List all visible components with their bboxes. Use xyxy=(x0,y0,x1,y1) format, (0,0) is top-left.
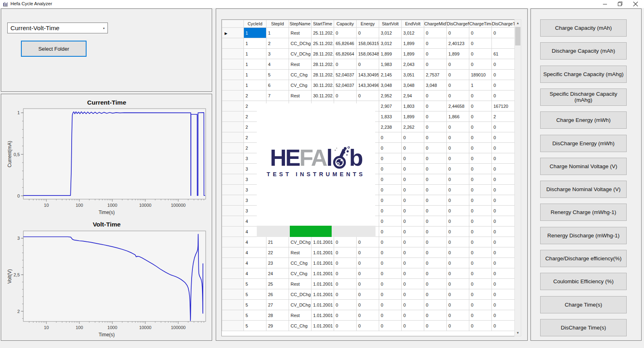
row-header[interactable] xyxy=(222,216,244,227)
grid-cell[interactable]: 0 xyxy=(334,91,357,101)
grid-cell[interactable]: 143,30495 xyxy=(357,70,379,80)
grid-cell[interactable]: CC_Chg xyxy=(289,70,312,80)
grid-cell[interactable]: 1 xyxy=(266,28,289,38)
grid-cell[interactable]: 0 xyxy=(424,101,447,111)
grid-cell[interactable]: 0 xyxy=(334,300,357,310)
grid-cell[interactable]: CC_DChg xyxy=(289,38,312,49)
grid-cell[interactable]: 4 xyxy=(244,247,266,258)
grid-cell[interactable]: 0 xyxy=(492,279,515,289)
row-header[interactable] xyxy=(222,80,244,91)
grid-cell[interactable]: 0 xyxy=(447,227,469,237)
grid-cell[interactable]: 0 xyxy=(469,247,492,258)
grid-cell[interactable]: 0 xyxy=(424,195,447,206)
grid-cell[interactable]: 0 xyxy=(469,153,492,164)
grid-cell[interactable]: 0 xyxy=(402,174,424,185)
grid-cell[interactable]: 0 xyxy=(379,310,402,321)
grid-cell[interactable]: 5 xyxy=(244,321,266,331)
grid-corner[interactable] xyxy=(222,20,244,28)
grid-cell[interactable]: 0 xyxy=(492,143,515,153)
grid-cell[interactable]: 2,043 xyxy=(402,59,424,70)
grid-cell[interactable]: Rest xyxy=(289,310,312,321)
grid-cell[interactable]: 7 xyxy=(266,91,289,101)
grid-cell[interactable]: 0 xyxy=(379,268,402,279)
grid-cell[interactable]: 189010 xyxy=(469,70,492,80)
grid-cell[interactable]: 1.01.2001 xyxy=(312,279,334,289)
grid-cell[interactable]: 0 xyxy=(402,185,424,195)
grid-cell[interactable]: 28 xyxy=(266,310,289,321)
grid-cell[interactable]: 1 xyxy=(244,80,266,91)
grid-cell[interactable]: 2,262 xyxy=(402,122,424,132)
grid-cell[interactable]: 0 xyxy=(334,268,357,279)
grid-cell[interactable]: 5 xyxy=(244,289,266,300)
grid-cell[interactable]: 1.01.2001 xyxy=(312,237,334,247)
grid-cell[interactable]: 0 xyxy=(492,91,515,101)
grid-cell[interactable]: 1,899 xyxy=(402,49,424,59)
grid-cell[interactable]: 0 xyxy=(379,258,402,268)
grid-cell[interactable]: 1 xyxy=(244,49,266,59)
row-header[interactable] xyxy=(222,38,244,49)
grid-cell[interactable]: 0 xyxy=(447,91,469,101)
grid-cell[interactable]: 0 xyxy=(492,268,515,279)
grid-cell[interactable]: 0 xyxy=(492,70,515,80)
grid-cell[interactable]: 5 xyxy=(244,310,266,321)
grid-cell[interactable]: 2 xyxy=(492,111,515,122)
grid-cell[interactable]: 0 xyxy=(469,28,492,38)
grid-cell[interactable]: 0 xyxy=(379,132,402,143)
row-header[interactable] xyxy=(222,59,244,70)
grid-cell[interactable]: 0 xyxy=(379,206,402,216)
grid-cell[interactable]: CC_DChg xyxy=(289,289,312,300)
grid-cell[interactable]: 1,899 xyxy=(447,49,469,59)
metric-button-renergy-discharge-mwhg-1[interactable]: Renergy Discharge (mWhg-1) xyxy=(540,227,627,244)
metric-button-discharge-nominal-voltage-v[interactable]: Discharge Nominal Voltage (V) xyxy=(540,181,627,198)
grid-cell[interactable]: 0 xyxy=(469,132,492,143)
grid-cell[interactable]: 0 xyxy=(492,289,515,300)
grid-cell[interactable]: 3,012 xyxy=(402,28,424,38)
grid-cell[interactable]: 0 xyxy=(379,279,402,289)
grid-cell[interactable]: 0 xyxy=(379,289,402,300)
grid-cell[interactable]: 1 xyxy=(244,59,266,70)
grid-cell[interactable]: 0 xyxy=(379,237,402,247)
grid-cell[interactable]: 2,44658 xyxy=(447,101,469,111)
grid-cell[interactable]: 0 xyxy=(379,321,402,331)
metric-button-charge-nominal-voltage-v[interactable]: Charge Nominal Voltage (V) xyxy=(540,158,627,175)
metric-button-discharge-time-s[interactable]: DisCharge Time(s) xyxy=(540,319,627,336)
grid-cell[interactable]: 0 xyxy=(424,132,447,143)
grid-cell[interactable]: 0 xyxy=(334,279,357,289)
grid-cell[interactable]: 0 xyxy=(447,28,469,38)
grid-cell[interactable]: 0 xyxy=(357,310,379,321)
grid-cell[interactable]: 0 xyxy=(334,321,357,331)
grid-cell[interactable]: 0 xyxy=(357,247,379,258)
grid-cell[interactable]: 0 xyxy=(379,164,402,174)
grid-cell[interactable]: 0 xyxy=(447,279,469,289)
grid-cell[interactable]: 21 xyxy=(266,237,289,247)
grid-cell[interactable]: 0 xyxy=(424,206,447,216)
grid-cell[interactable]: 1.01.2001 xyxy=(312,300,334,310)
grid-cell[interactable]: 2 xyxy=(266,38,289,49)
grid-cell[interactable] xyxy=(492,38,515,49)
grid-cell[interactable]: Rest xyxy=(289,279,312,289)
grid-cell[interactable]: 0 xyxy=(447,237,469,247)
row-header[interactable]: ▶ xyxy=(222,28,244,38)
grid-cell[interactable]: 3,012 xyxy=(379,38,402,49)
metric-button-specific-discharge-capacity-mahg[interactable]: Specific Discharge Capacity (mAhg) xyxy=(540,89,627,106)
grid-cell[interactable]: 0 xyxy=(424,237,447,247)
grid-cell[interactable]: 0 xyxy=(492,195,515,206)
grid-cell[interactable]: 0 xyxy=(447,153,469,164)
grid-cell[interactable]: 0 xyxy=(402,258,424,268)
grid-cell[interactable]: 27 xyxy=(266,300,289,310)
grid-cell[interactable]: Rest xyxy=(289,247,312,258)
metric-button-coulombic-efficiency[interactable]: Coulombic Efficiency (%) xyxy=(540,273,627,290)
grid-cell[interactable]: 0 xyxy=(402,216,424,227)
grid-cell[interactable]: 3,048 xyxy=(379,80,402,91)
grid-cell[interactable]: 0 xyxy=(469,268,492,279)
grid-cell[interactable]: 1,983 xyxy=(379,59,402,70)
grid-cell[interactable]: 3,048 xyxy=(402,80,424,91)
row-header[interactable] xyxy=(222,101,244,111)
grid-cell[interactable]: 0 xyxy=(424,279,447,289)
grid-cell[interactable]: 1,833 xyxy=(379,111,402,122)
grid-cell[interactable]: Rest xyxy=(289,28,312,38)
grid-cell[interactable]: 0 xyxy=(424,38,447,49)
metric-button-charge-time-s[interactable]: Charge Time(s) xyxy=(540,296,627,313)
grid-cell[interactable]: 0 xyxy=(357,28,379,38)
grid-cell[interactable]: 52,04037 xyxy=(334,80,357,91)
